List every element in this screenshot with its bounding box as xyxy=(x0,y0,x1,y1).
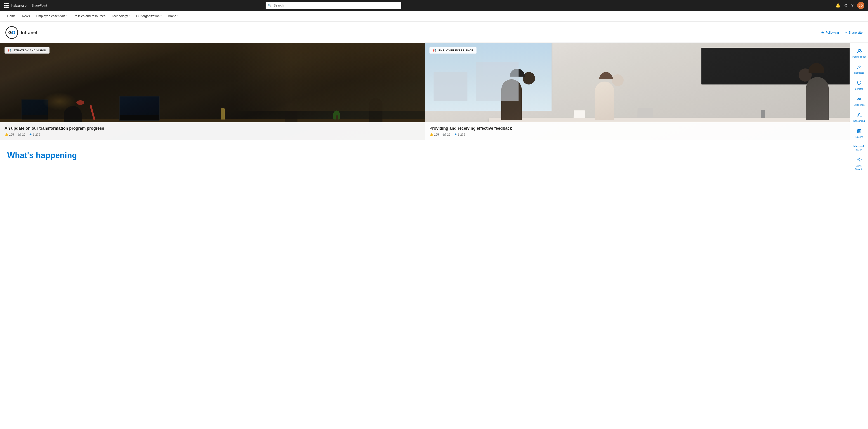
recent-icon xyxy=(857,129,862,135)
nav-item-policies[interactable]: Policies and resources xyxy=(71,11,108,22)
quick-links-icon xyxy=(857,97,862,103)
comments-count: 22 xyxy=(22,133,25,136)
hero-card-2[interactable]: 📢 EMPLOYEE EXPERIENCE Providing and rece… xyxy=(425,43,850,140)
help-icon[interactable]: ? xyxy=(851,3,854,8)
chevron-down-icon: ▾ xyxy=(160,15,162,17)
following-label: Following xyxy=(826,31,839,34)
content-area: 📢 STRATEGY AND VISION An update on our t… xyxy=(0,43,850,429)
nav-technology-label: Technology xyxy=(112,14,128,18)
likes-count: 165 xyxy=(9,133,14,136)
comments-stat: 💬 22 xyxy=(442,133,450,136)
waffle-menu-icon[interactable] xyxy=(4,3,8,8)
views-icon: 👁 xyxy=(29,133,32,136)
recent-label: Recent xyxy=(856,136,863,138)
badge-icon: 📢 xyxy=(8,48,12,52)
weather-icon xyxy=(857,157,862,163)
likes-stat: 👍 165 xyxy=(4,133,14,136)
likes-stat: 👍 165 xyxy=(430,133,439,136)
chevron-down-icon: ▾ xyxy=(66,15,67,17)
benefits-icon xyxy=(857,81,862,87)
nav-policies-label: Policies and resources xyxy=(74,14,105,18)
following-button[interactable]: ★ Following xyxy=(821,31,839,35)
nav-item-our-organization[interactable]: Our organization ▾ xyxy=(133,11,164,22)
logo-divider xyxy=(29,3,29,8)
nav-item-news[interactable]: News xyxy=(19,11,33,22)
navbar: Home News Employee essentials ▾ Policies… xyxy=(0,11,868,22)
topbar: habanero SharePoint 🔍 🔔 ⚙ ? JD xyxy=(0,0,868,11)
hero-card-1[interactable]: 📢 STRATEGY AND VISION An update on our t… xyxy=(0,43,425,140)
hero-card-2-caption: Providing and receiving effective feedba… xyxy=(425,122,850,140)
quick-links-label: Quick links xyxy=(854,104,864,106)
chevron-down-icon: ▾ xyxy=(177,15,178,17)
hero-card-1-stats: 👍 165 💬 22 👁 1,275 xyxy=(4,133,421,136)
star-icon: ★ xyxy=(821,31,824,35)
views-stat: 👁 1,275 xyxy=(454,133,465,136)
nav-item-brand[interactable]: Brand ▾ xyxy=(165,11,181,22)
chevron-down-icon: ▾ xyxy=(129,15,130,17)
search-bar: 🔍 xyxy=(266,2,401,9)
requests-label: Requests xyxy=(854,72,864,74)
app-name: SharePoint xyxy=(31,4,47,7)
comments-count: 22 xyxy=(447,133,450,136)
nav-news-label: News xyxy=(22,14,30,18)
hero-card-1-caption: An update on our transformation program … xyxy=(0,122,425,140)
resourcing-label: Resourcing xyxy=(853,120,865,123)
benefits-label: Benefits xyxy=(855,88,863,90)
sidebar-item-people-finder[interactable]: People finder xyxy=(850,46,868,61)
hero-card-2-stats: 👍 165 💬 22 👁 1,275 xyxy=(430,133,845,136)
site-actions: ★ Following ↗ Share site xyxy=(821,31,863,35)
svg-point-0 xyxy=(858,50,860,51)
sidebar-item-resourcing[interactable]: Resourcing xyxy=(850,110,868,125)
badge-icon: 📢 xyxy=(433,48,437,52)
notifications-icon[interactable]: 🔔 xyxy=(835,3,840,8)
sidebar-item-quick-links[interactable]: Quick links xyxy=(850,94,868,109)
nav-brand-label: Brand xyxy=(168,14,176,18)
hero-card-1-badge: 📢 STRATEGY AND VISION xyxy=(4,47,50,54)
resourcing-icon xyxy=(857,113,862,119)
svg-point-1 xyxy=(860,50,861,51)
search-icon: 🔍 xyxy=(268,4,272,7)
site-logo: GO Intranet xyxy=(5,26,37,39)
svg-point-3 xyxy=(860,99,861,100)
sidebar-item-stock[interactable]: Microsoft 222.34 xyxy=(850,142,868,153)
hero-card-2-title: Providing and receiving effective feedba… xyxy=(430,126,845,131)
company-name: habanero xyxy=(11,4,27,7)
people-finder-label: People finder xyxy=(852,56,866,58)
nav-item-home[interactable]: Home xyxy=(4,11,18,22)
people-finder-icon xyxy=(857,48,862,55)
main-content: 📢 STRATEGY AND VISION An update on our t… xyxy=(0,43,868,429)
nav-employee-essentials-label: Employee essentials xyxy=(36,14,65,18)
sidebar-item-requests[interactable]: Requests xyxy=(850,62,868,76)
hero-card-2-badge: 📢 EMPLOYEE EXPERIENCE xyxy=(430,47,476,54)
sidebar-item-recent[interactable]: Recent xyxy=(850,127,868,141)
nav-org-label: Our organization xyxy=(136,14,160,18)
go-logo: GO xyxy=(5,26,18,39)
share-site-button[interactable]: ↗ Share site xyxy=(844,31,863,34)
share-site-label: Share site xyxy=(848,31,863,34)
views-icon: 👁 xyxy=(454,133,457,136)
stock-company: Microsoft xyxy=(854,145,865,147)
views-stat: 👁 1,275 xyxy=(29,133,40,136)
whats-happening-section: What's happening xyxy=(0,140,850,166)
badge-text: EMPLOYEE EXPERIENCE xyxy=(438,49,473,52)
settings-icon[interactable]: ⚙ xyxy=(844,3,848,8)
sidebar-item-benefits[interactable]: Benefits xyxy=(850,78,868,93)
avatar-initials: JD xyxy=(859,4,863,7)
views-count: 1,275 xyxy=(33,133,40,136)
section-title: What's happening xyxy=(7,151,843,160)
hero-section: 📢 STRATEGY AND VISION An update on our t… xyxy=(0,43,850,140)
topbar-actions: 🔔 ⚙ ? JD xyxy=(835,2,864,9)
comments-icon: 💬 xyxy=(442,133,446,136)
avatar[interactable]: JD xyxy=(857,2,864,9)
site-title: Intranet xyxy=(21,30,37,35)
company-logo[interactable]: habanero SharePoint xyxy=(11,3,47,8)
site-header: GO Intranet ★ Following ↗ Share site xyxy=(0,22,868,43)
weather-location: Toronto xyxy=(855,168,863,171)
search-input[interactable] xyxy=(266,2,401,9)
comments-stat: 💬 22 xyxy=(18,133,25,136)
svg-point-2 xyxy=(858,99,859,100)
nav-item-technology[interactable]: Technology ▾ xyxy=(109,11,133,22)
nav-home-label: Home xyxy=(7,14,16,18)
stock-value: 222.34 xyxy=(856,148,863,151)
nav-item-employee-essentials[interactable]: Employee essentials ▾ xyxy=(33,11,70,22)
